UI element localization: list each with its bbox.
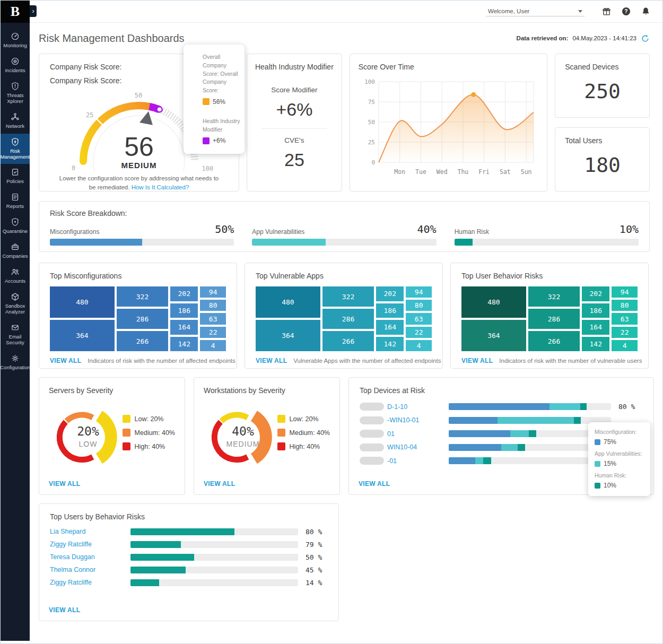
tooltip-misconfig-label: Misconfiguration:: [595, 429, 644, 435]
servers-severity-legend: Low: 20%Medium: 40%High: 40%: [123, 415, 175, 481]
sidebar-item-incidents[interactable]: Incidents: [1, 53, 30, 78]
data-retrieved-value: 04.May.2023 - 14:41:23: [572, 35, 636, 41]
risk-breakdown-title: Risk Score Breakdown:: [50, 209, 639, 217]
sidebar-item-network[interactable]: Network: [1, 109, 30, 134]
sidebar-item-companies[interactable]: Companies: [1, 239, 30, 264]
user-risk-bar: [130, 554, 298, 561]
sidebar-expand-chevron-icon[interactable]: ›: [30, 5, 37, 17]
servers-severity-title: Servers by Severity: [49, 386, 175, 395]
quarantine-icon: [11, 217, 20, 227]
sidebar-item-monitoring[interactable]: Monitoring: [1, 28, 30, 53]
legend-label: High: 40%: [135, 443, 165, 450]
sidebar-item-reports[interactable]: Reports: [1, 189, 30, 214]
devices-view-all-link[interactable]: VIEW ALL: [359, 480, 390, 488]
sidebar-item-label: Incidents: [5, 68, 25, 74]
treemap-cell: 202: [170, 286, 198, 301]
legend-item: High: 40%: [123, 442, 175, 450]
sidebar-item-risk[interactable]: Risk Management: [1, 134, 30, 164]
sidebar-item-configuration[interactable]: Configuration: [1, 350, 30, 375]
device-name-link[interactable]: -01: [387, 457, 449, 465]
user-name-link[interactable]: Ziggy Ratcliffe: [50, 579, 130, 586]
treemap-cell: 364: [50, 320, 115, 351]
user-name-link[interactable]: Teresa Duggan: [50, 553, 130, 561]
sidebar-item-threats[interactable]: Threats Xplorer: [1, 78, 30, 109]
user-row: Thelma Connor45 %: [50, 563, 328, 576]
scanned-devices-title: Scaned Devices: [565, 63, 640, 71]
sidebar-item-label: Network: [6, 124, 24, 129]
brand-logo: B: [1, 1, 30, 23]
score-over-time-title: Score Over Time: [359, 63, 540, 71]
user-risk-value: 45 %: [306, 566, 328, 574]
data-retrieved-label: Data retrieved on:: [517, 35, 569, 41]
user-row: Teresa Duggan50 %: [50, 551, 328, 563]
device-name-link[interactable]: -WIN10-01: [387, 416, 449, 424]
device-risk-bar: [449, 403, 611, 410]
total-users-title: Total Users: [565, 136, 640, 145]
sidebar-item-label: Accounts: [5, 279, 25, 284]
breakdown-item: Human Risk10%: [455, 223, 639, 246]
treemap-cell: 142: [376, 337, 404, 352]
sidebar-item-sandbox[interactable]: Sandbox Analyzer: [1, 289, 30, 319]
how-calculated-link[interactable]: How Is It Calculated?: [132, 184, 189, 190]
treemap-cell: 164: [376, 320, 404, 335]
sidebar-item-label: Monitoring: [3, 43, 27, 49]
tooltip-human-value: 10%: [604, 482, 616, 489]
notifications-bell-icon[interactable]: [641, 6, 651, 16]
servers-view-all-link[interactable]: VIEW ALL: [49, 480, 80, 488]
users-view-all-link[interactable]: VIEW ALL: [49, 606, 80, 614]
user-row: Ziggy Ratcliffe79 %: [50, 538, 328, 551]
device-name-link[interactable]: WIN10-04: [387, 443, 449, 451]
legend-item: Low: 20%: [277, 415, 330, 423]
page-title: Risk Management Dashboards: [39, 32, 185, 45]
user-risk-value: 50 %: [306, 553, 328, 561]
legend-item: Medium: 40%: [123, 429, 175, 437]
sidebar-item-policies[interactable]: Policies: [1, 164, 30, 189]
refresh-icon[interactable]: [641, 34, 650, 43]
redacted-device-pill: [360, 443, 384, 451]
treemap-card: Top Vulnerable Apps480364322286266202186…: [245, 263, 443, 369]
treemap-view-all-link[interactable]: VIEW ALL: [256, 357, 287, 364]
chevron-down-icon: [578, 10, 582, 13]
servers-by-severity-card: Servers by Severity 20% LOW Low: 20%Medi…: [39, 377, 185, 495]
treemap-cell: 142: [582, 337, 609, 352]
score-modifier-label: Score Modifier: [252, 86, 336, 94]
svg-text:Fri: Fri: [478, 168, 490, 176]
top-devices-title: Top Devices at Risk: [360, 386, 643, 395]
user-menu[interactable]: Welcome, User: [486, 6, 585, 16]
main-content: Risk Management Dashboards Data retrieve…: [30, 23, 662, 643]
treemap-chart: 480364322286266202186164142948063224: [256, 286, 432, 351]
user-name-link[interactable]: Ziggy Ratcliffe: [50, 541, 130, 548]
total-users-card: Total Users 180: [555, 127, 650, 192]
legend-item: Medium: 40%: [277, 429, 330, 437]
help-icon[interactable]: ?: [621, 6, 631, 16]
treemap-view-all-link[interactable]: VIEW ALL: [461, 357, 493, 364]
sidebar-item-accounts[interactable]: Accounts: [1, 264, 30, 289]
workstations-view-all-link[interactable]: VIEW ALL: [204, 480, 235, 488]
risk-score-breakdown-card: Risk Score Breakdown: Misconfigurations5…: [39, 201, 650, 252]
risk-caption: Lower the configuration score by address…: [57, 174, 221, 192]
svg-text:Thu: Thu: [457, 168, 468, 176]
svg-text:0: 0: [72, 164, 75, 171]
treemap-caption: Indicators of risk with the number of af…: [88, 358, 235, 364]
gift-icon[interactable]: [601, 6, 612, 16]
cve-value: 25: [252, 150, 336, 170]
treemap-cell: 4: [200, 340, 226, 351]
treemap-cell: 4: [406, 340, 432, 351]
device-name-link[interactable]: D-1-10: [387, 403, 449, 411]
device-risk-value: 80 %: [618, 403, 643, 411]
policies-icon: [11, 168, 20, 177]
treemap-cell: 80: [406, 300, 432, 311]
user-name-link[interactable]: Lia Shepard: [50, 528, 130, 535]
device-name-link[interactable]: 01: [387, 430, 449, 438]
sidebar-item-email[interactable]: Email Security: [1, 319, 30, 350]
tooltip-apps-label: App Vulnerabilities:: [595, 450, 644, 457]
sidebar-item-label: Sandbox Analyzer: [1, 303, 29, 315]
treemap-cell: 266: [117, 331, 168, 351]
user-name-link[interactable]: Thelma Connor: [50, 566, 130, 573]
overall-score-swatch: [203, 98, 210, 105]
treemap-view-all-link[interactable]: VIEW ALL: [50, 357, 81, 364]
workstations-severity-legend: Low: 20%Medium: 40%High: 40%: [277, 415, 330, 481]
user-risk-bar: [130, 579, 298, 586]
treemap-cell: 94: [200, 286, 226, 298]
sidebar-item-quarantine[interactable]: Quarantine: [1, 214, 30, 239]
